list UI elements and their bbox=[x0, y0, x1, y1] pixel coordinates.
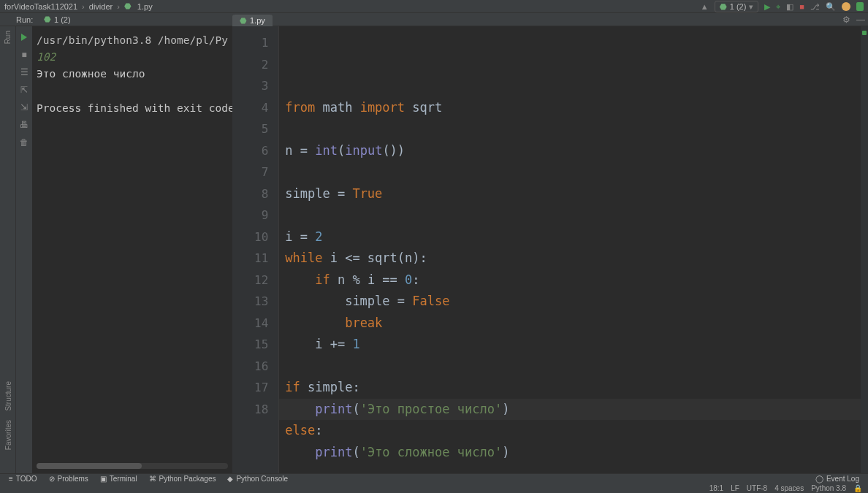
line-number[interactable]: 17 bbox=[254, 377, 268, 399]
code-line[interactable]: simple = True bbox=[285, 183, 855, 205]
run-console[interactable]: /usr/bin/python3.8 /home/pl/Py 102 Это с… bbox=[32, 26, 232, 473]
line-number[interactable]: 6 bbox=[254, 140, 268, 162]
line-number[interactable]: 9 bbox=[254, 205, 268, 226]
code-line[interactable] bbox=[285, 205, 855, 226]
code-line[interactable]: else: bbox=[285, 420, 855, 442]
line-number[interactable]: 18 bbox=[254, 399, 268, 421]
line-number[interactable]: 12 bbox=[254, 270, 268, 291]
breadcrumb: forVideoTask112021 › divider › ⬣ 1.py ▲ … bbox=[0, 0, 868, 13]
status-enc[interactable]: UTF-8 bbox=[747, 484, 767, 492]
code-line[interactable] bbox=[285, 463, 855, 485]
line-number[interactable]: 3 bbox=[254, 75, 268, 97]
minimize-icon[interactable]: — bbox=[856, 15, 865, 25]
status-eol[interactable]: LF bbox=[731, 484, 739, 492]
console-exit: Process finished with exit code bbox=[37, 100, 228, 117]
debug-icon[interactable]: ⌖ bbox=[776, 2, 780, 12]
python-file-icon: ⬣ bbox=[124, 1, 132, 11]
editor-tab-bar: ⬣ 1.py bbox=[232, 13, 273, 26]
console-output: Это сложное число bbox=[37, 66, 228, 83]
code-line[interactable]: if simple: bbox=[285, 377, 855, 399]
line-number[interactable]: 7 bbox=[254, 161, 268, 183]
line-number[interactable]: 11 bbox=[254, 248, 268, 270]
search-icon[interactable]: 🔍 bbox=[826, 2, 836, 12]
code-line[interactable]: break bbox=[285, 313, 855, 335]
line-number[interactable]: 15 bbox=[254, 334, 268, 356]
avatar-icon[interactable] bbox=[842, 2, 850, 11]
code-line[interactable]: print('Это простое число') bbox=[285, 399, 855, 421]
print-icon[interactable]: 🖶 bbox=[19, 120, 29, 130]
code-line[interactable]: if n % i == 0: bbox=[285, 270, 855, 291]
code-line[interactable]: i = 2 bbox=[285, 226, 855, 248]
tool-todo[interactable]: ≡ TODO bbox=[9, 475, 37, 483]
line-number[interactable]: 1 bbox=[254, 32, 268, 54]
stop-icon[interactable]: ■ bbox=[19, 50, 29, 60]
line-number[interactable]: 4 bbox=[254, 97, 268, 119]
gear-icon[interactable]: ⚙ bbox=[842, 15, 850, 25]
svg-marker-0 bbox=[21, 34, 27, 41]
stop-icon[interactable]: ■ bbox=[799, 2, 804, 11]
console-input: 102 bbox=[37, 49, 228, 66]
sidebar-structure[interactable]: Structure bbox=[4, 380, 12, 413]
status-python[interactable]: Python 3.8 bbox=[811, 484, 846, 492]
user-icon[interactable]: ▲ bbox=[701, 2, 709, 11]
console-scrollbar[interactable] bbox=[37, 463, 228, 469]
code-line[interactable]: while i <= sqrt(n): bbox=[285, 248, 855, 270]
code-line[interactable]: n = int(input()) bbox=[285, 140, 855, 162]
down-icon[interactable]: ⇲ bbox=[19, 102, 29, 112]
rerun-icon[interactable] bbox=[19, 32, 29, 42]
code-line[interactable]: simple = False bbox=[285, 291, 855, 313]
layout-icon[interactable]: ☰ bbox=[19, 67, 29, 77]
status-indent[interactable]: 4 spaces bbox=[774, 484, 804, 492]
run-config-selector[interactable]: ⬣ 1 (2) ▾ bbox=[715, 1, 759, 12]
tab-file[interactable]: ⬣ 1.py bbox=[232, 13, 273, 26]
python-icon: ⬣ bbox=[44, 15, 51, 24]
crumb-folder[interactable]: divider bbox=[89, 2, 113, 11]
git-icon[interactable]: ⎇ bbox=[810, 2, 820, 12]
code-line[interactable] bbox=[285, 356, 855, 378]
status-bar: 18:1 LF UTF-8 4 spaces Python 3.8 🔒 bbox=[0, 484, 868, 493]
sidebar-run[interactable]: Run bbox=[4, 29, 12, 45]
code-line[interactable] bbox=[285, 161, 855, 183]
code-line[interactable] bbox=[285, 118, 855, 140]
coverage-icon[interactable]: ◧ bbox=[786, 2, 793, 12]
python-file-icon: ⬣ bbox=[240, 16, 247, 26]
code-area[interactable]: from math import sqrt n = int(input()) s… bbox=[279, 26, 861, 473]
line-number[interactable]: 16 bbox=[254, 356, 268, 378]
line-gutter: 123456789101112131415161718 bbox=[232, 26, 279, 473]
code-line[interactable]: print('Это сложное число') bbox=[285, 442, 855, 464]
crumb-file[interactable]: 1.py bbox=[137, 2, 153, 11]
run-tool-buttons: ■ ☰ ⇱ ⇲ 🖶 🗑 bbox=[16, 26, 32, 473]
python-icon: ⬣ bbox=[720, 2, 727, 12]
code-editor[interactable]: 123456789101112131415161718 from math im… bbox=[232, 26, 868, 473]
crumb-project[interactable]: forVideoTask112021 bbox=[4, 2, 77, 11]
lock-icon[interactable]: 🔒 bbox=[853, 484, 862, 492]
status-pos[interactable]: 18:1 bbox=[709, 484, 723, 492]
line-number[interactable]: 10 bbox=[254, 226, 268, 248]
line-number[interactable]: 14 bbox=[254, 313, 268, 335]
line-number[interactable]: 2 bbox=[254, 54, 268, 76]
run-toolbar: Run: ⬣ 1 (2) ⚙ — bbox=[0, 13, 868, 26]
run-label: Run: bbox=[0, 15, 44, 24]
up-icon[interactable]: ⇱ bbox=[19, 85, 29, 95]
run-config[interactable]: ⬣ 1 (2) bbox=[44, 15, 71, 24]
line-number[interactable]: 5 bbox=[254, 118, 268, 140]
shield-icon[interactable] bbox=[856, 2, 864, 11]
line-number[interactable]: 8 bbox=[254, 183, 268, 205]
trash-icon[interactable]: 🗑 bbox=[19, 137, 29, 148]
run-icon[interactable]: ▶ bbox=[764, 2, 770, 12]
chevron-down-icon: ▾ bbox=[749, 2, 753, 12]
tool-python-packages[interactable]: ⌘ Python Packages bbox=[149, 475, 216, 483]
left-tool-strip: Run Favorites Structure bbox=[0, 26, 16, 473]
code-line[interactable]: from math import sqrt bbox=[285, 97, 855, 119]
tool-terminal[interactable]: ▣ Terminal bbox=[100, 475, 137, 483]
sidebar-favorites[interactable]: Favorites bbox=[4, 419, 12, 451]
code-line[interactable]: i += 1 bbox=[285, 334, 855, 356]
editor-marker-strip[interactable] bbox=[861, 26, 868, 473]
console-path: /usr/bin/python3.8 /home/pl/Py bbox=[37, 32, 228, 49]
line-number[interactable]: 13 bbox=[254, 291, 268, 313]
tool-problems[interactable]: ⊘ Problems bbox=[49, 475, 88, 483]
tool-python-console[interactable]: ◆ Python Console bbox=[227, 475, 288, 483]
